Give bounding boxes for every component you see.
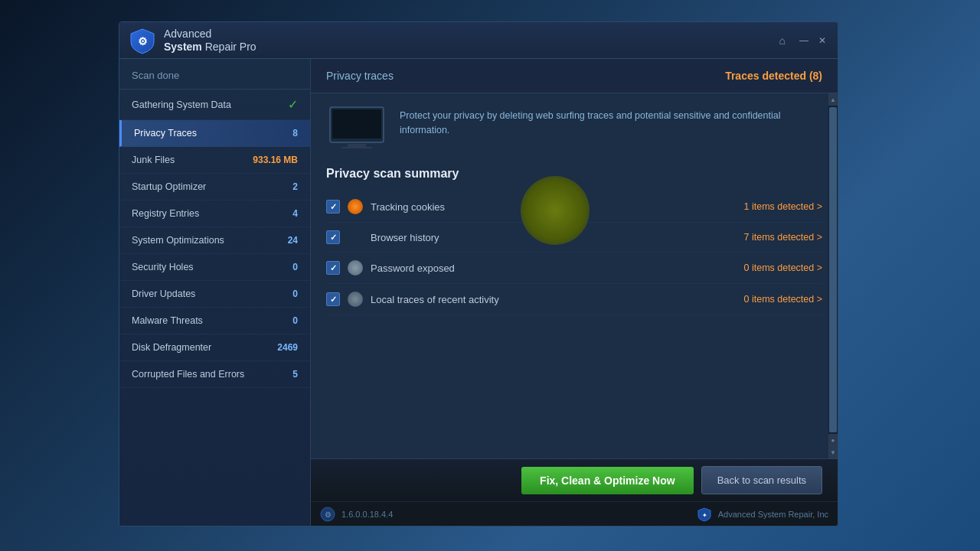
sidebar-item-count: 24	[288, 235, 298, 246]
close-button[interactable]: ✕	[816, 34, 828, 47]
scan-item-icon	[348, 292, 363, 307]
sidebar-item-count: 0	[292, 315, 298, 326]
scan-item-icon	[348, 260, 363, 276]
scan-done-label: Scan done	[119, 59, 310, 90]
sidebar-items: Gathering System Data✓Privacy Traces8Jun…	[119, 90, 310, 388]
sidebar-item-count: 0	[292, 262, 298, 272]
sidebar-item-label: Driver Updates	[132, 289, 292, 299]
app-footer: ⚙ 1.6.0.0.18.4.4 ✦ Advanced System Repai…	[311, 501, 838, 526]
sidebar-item-label: Disk Defragmenter	[132, 342, 277, 353]
footer-shield-icon: ✦	[697, 507, 712, 522]
sidebar-item-driver-updates[interactable]: Driver Updates0	[119, 281, 310, 308]
scan-item-checkbox[interactable]	[326, 292, 340, 306]
main-content: Scan done Gathering System Data✓Privacy …	[119, 59, 838, 526]
scan-item-label: Browser history	[371, 232, 744, 243]
sidebar-item-startup-optimizer[interactable]: Startup Optimizer2	[119, 174, 310, 201]
svg-rect-4	[341, 147, 372, 148]
sidebar-item-label: System Optimizations	[132, 235, 288, 246]
scan-item-result[interactable]: 1 items detected >	[744, 201, 823, 212]
footer-version: ⚙ 1.6.0.0.18.4.4	[320, 507, 393, 522]
sidebar-item-count: 0	[292, 289, 298, 299]
app-title: Advanced System Repair Pro	[164, 28, 779, 54]
sidebar-item-registry-entries[interactable]: Registry Entries4	[119, 201, 310, 227]
scan-item-checkbox[interactable]	[326, 200, 340, 214]
traces-detected: Traces detected (8)	[725, 70, 822, 82]
panel-title: Privacy traces	[326, 70, 394, 82]
sidebar-item-label: Junk Files	[132, 155, 253, 165]
sidebar-item-count: 933.16 MB	[253, 155, 298, 165]
scan-items-list: Tracking cookies1 items detected >Browse…	[326, 191, 822, 315]
back-to-scan-button[interactable]: Back to scan results	[701, 466, 822, 494]
app-window: ⚙ Advanced System Repair Pro ⌂ — ✕ Scan …	[119, 21, 838, 527]
scan-item-checkbox[interactable]	[326, 230, 340, 244]
scan-item-row: Tracking cookies1 items detected >	[326, 191, 822, 223]
svg-text:✦: ✦	[701, 512, 707, 519]
sidebar-item-junk-files[interactable]: Junk Files933.16 MB	[119, 147, 310, 174]
scan-item-icon	[348, 199, 363, 214]
sidebar-item-label: Gathering System Data	[132, 99, 285, 110]
scroll-thumb[interactable]	[829, 107, 837, 432]
sidebar-item-label: Registry Entries	[132, 208, 292, 219]
title-bar: ⚙ Advanced System Repair Pro ⌂ — ✕	[119, 22, 838, 59]
scan-item-row: Browser history7 items detected >	[326, 223, 822, 253]
scan-item-label: Password exposed	[371, 262, 744, 274]
svg-rect-2	[332, 109, 381, 139]
scroll-down-btn[interactable]: ●	[828, 434, 838, 446]
sidebar-item-count: 4	[292, 208, 298, 219]
sidebar-item-corrupted-files-and-errors[interactable]: Corrupted Files and Errors5	[119, 361, 310, 388]
sidebar-item-count: 2469	[277, 342, 298, 353]
fix-clean-button[interactable]: Fix, Clean & Optimize Now	[521, 467, 694, 494]
panel-header: Privacy traces Traces detected (8)	[311, 59, 838, 93]
sidebar-item-privacy-traces[interactable]: Privacy Traces8	[119, 120, 310, 147]
right-panel: Privacy traces Traces detected (8) P	[311, 59, 838, 526]
minimize-button[interactable]: —	[798, 34, 810, 47]
svg-text:⚙: ⚙	[138, 35, 148, 47]
sidebar-item-disk-defragmenter[interactable]: Disk Defragmenter2469	[119, 334, 310, 361]
scan-item-result[interactable]: 0 items detected >	[744, 262, 823, 273]
scrollbar[interactable]: ▲ ● ▼	[828, 93, 838, 458]
scan-item-label: Tracking cookies	[371, 201, 744, 213]
scan-item-result[interactable]: 0 items detected >	[744, 294, 823, 305]
scan-item-label: Local traces of recent activity	[371, 294, 744, 305]
footer-company: ✦ Advanced System Repair, Inc	[697, 507, 828, 522]
sidebar-item-count: 5	[292, 369, 298, 380]
check-icon: ✓	[288, 97, 298, 112]
summary-title: Privacy scan summary	[326, 167, 822, 181]
sidebar-item-label: Malware Threats	[132, 315, 292, 326]
scan-item-checkbox[interactable]	[326, 261, 340, 275]
scan-item-row: Password exposed0 items detected >	[326, 253, 822, 284]
sidebar-item-label: Corrupted Files and Errors	[132, 369, 292, 380]
scan-item-row: Local traces of recent activity0 items d…	[326, 284, 822, 315]
scan-item-result[interactable]: 7 items detected >	[744, 232, 823, 243]
scroll-up-btn[interactable]: ▲	[828, 93, 838, 106]
footer-logo-icon: ⚙	[320, 507, 335, 522]
sidebar-item-count: 2	[292, 181, 298, 192]
sidebar-item-label: Privacy Traces	[134, 128, 292, 139]
monitor-icon	[326, 106, 387, 152]
svg-text:⚙: ⚙	[325, 510, 332, 519]
sidebar: Scan done Gathering System Data✓Privacy …	[119, 59, 311, 526]
panel-body: Protect your privacy by deleting web sur…	[311, 93, 838, 458]
sidebar-item-malware-threats[interactable]: Malware Threats0	[119, 308, 310, 334]
svg-rect-3	[348, 144, 366, 147]
sidebar-item-count: 8	[292, 128, 298, 139]
privacy-description: Protect your privacy by deleting web sur…	[400, 106, 822, 138]
traces-count: (8)	[809, 70, 822, 82]
privacy-info: Protect your privacy by deleting web sur…	[326, 106, 822, 152]
app-logo: ⚙	[129, 27, 156, 54]
window-controls: ⌂ — ✕	[779, 34, 828, 47]
sidebar-item-gathering-system-data[interactable]: Gathering System Data✓	[119, 90, 310, 120]
sidebar-item-security-holes[interactable]: Security Holes0	[119, 254, 310, 281]
home-icon[interactable]: ⌂	[779, 34, 786, 47]
sidebar-item-label: Security Holes	[132, 262, 292, 272]
scroll-bottom-btn[interactable]: ▼	[828, 446, 838, 458]
bottom-bar: Fix, Clean & Optimize Now Back to scan r…	[311, 458, 838, 501]
sidebar-item-system-optimizations[interactable]: System Optimizations24	[119, 227, 310, 254]
sidebar-item-label: Startup Optimizer	[132, 181, 292, 192]
